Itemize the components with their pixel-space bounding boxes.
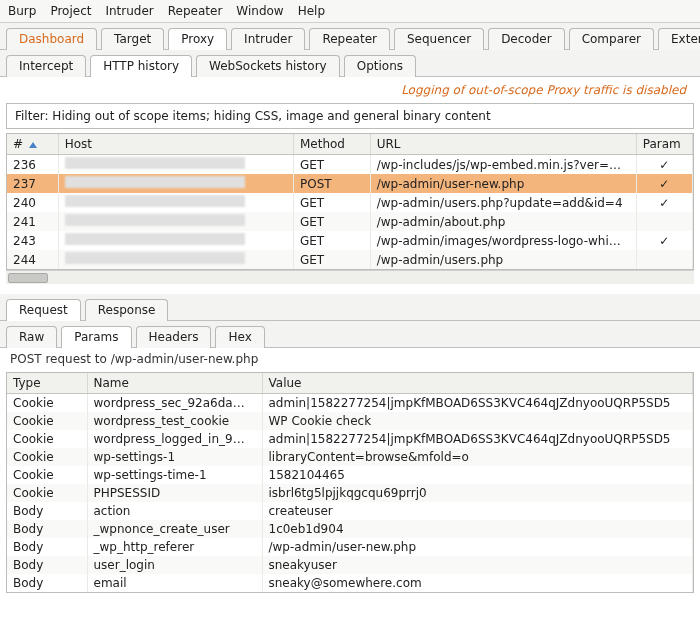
col-host[interactable]: Host xyxy=(58,134,293,155)
table-row[interactable]: Bodyactioncreateuser xyxy=(7,502,693,520)
cell-method: POST xyxy=(293,174,370,193)
cell-name: _wp_http_referer xyxy=(87,538,262,556)
req-resp-tabs: Request Response xyxy=(0,294,700,321)
col-url[interactable]: URL xyxy=(370,134,636,155)
menu-repeater[interactable]: Repeater xyxy=(168,4,223,18)
cell-name: action xyxy=(87,502,262,520)
table-row[interactable]: 240GET/wp-admin/users.php?update=add&id=… xyxy=(7,193,693,212)
cell-method: GET xyxy=(293,231,370,250)
cell-value: sneaky@somewhere.com xyxy=(262,574,693,592)
redacted-host xyxy=(65,195,245,207)
cell-name: wp-settings-time-1 xyxy=(87,466,262,484)
cell-value: isbrl6tg5lpjjkqgcqu69prrj0 xyxy=(262,484,693,502)
cell-param: ✓ xyxy=(636,193,692,212)
tab-extender[interactable]: Extende xyxy=(658,28,700,50)
table-row[interactable]: Body_wpnonce_create_user1c0eb1d904 xyxy=(7,520,693,538)
tab-intercept[interactable]: Intercept xyxy=(6,55,86,77)
menu-window[interactable]: Window xyxy=(236,4,283,18)
table-row[interactable]: Body_wp_http_referer/wp-admin/user-new.p… xyxy=(7,538,693,556)
table-row[interactable]: Cookiewordpress_sec_92a6da…admin|1582277… xyxy=(7,394,693,413)
tab-raw[interactable]: Raw xyxy=(6,326,57,348)
redacted-host xyxy=(65,214,245,226)
cell-url: /wp-admin/user-new.php xyxy=(370,174,636,193)
cell-value: WP Cookie check xyxy=(262,412,693,430)
cell-number: 237 xyxy=(7,174,58,193)
col-type[interactable]: Type xyxy=(7,373,87,394)
tab-intruder[interactable]: Intruder xyxy=(231,28,305,50)
cell-type: Body xyxy=(7,520,87,538)
menu-help[interactable]: Help xyxy=(298,4,325,18)
col-name[interactable]: Name xyxy=(87,373,262,394)
cell-value: libraryContent=browse&mfold=o xyxy=(262,448,693,466)
table-row[interactable]: 237POST/wp-admin/user-new.php✓ xyxy=(7,174,693,193)
col-method[interactable]: Method xyxy=(293,134,370,155)
cell-value: /wp-admin/user-new.php xyxy=(262,538,693,556)
cell-param xyxy=(636,250,692,269)
menu-intruder[interactable]: Intruder xyxy=(105,4,153,18)
cell-host xyxy=(58,212,293,231)
table-row[interactable]: 243GET/wp-admin/images/wordpress-logo-wh… xyxy=(7,231,693,250)
table-row[interactable]: 241GET/wp-admin/about.php xyxy=(7,212,693,231)
tab-request[interactable]: Request xyxy=(6,299,81,321)
cell-value: sneakyuser xyxy=(262,556,693,574)
status-message: Logging of out-of-scope Proxy traffic is… xyxy=(0,77,700,103)
menu-project[interactable]: Project xyxy=(50,4,91,18)
cell-type: Cookie xyxy=(7,484,87,502)
params-table: Type Name Value Cookiewordpress_sec_92a6… xyxy=(6,372,694,593)
cell-host xyxy=(58,193,293,212)
col-number[interactable]: # xyxy=(7,134,58,155)
cell-name: wordpress_logged_in_9… xyxy=(87,430,262,448)
cell-value: createuser xyxy=(262,502,693,520)
tab-options[interactable]: Options xyxy=(344,55,416,77)
cell-url: /wp-admin/about.php xyxy=(370,212,636,231)
tab-websockets-history[interactable]: WebSockets history xyxy=(196,55,340,77)
tab-sequencer[interactable]: Sequencer xyxy=(394,28,484,50)
table-row[interactable]: 244GET/wp-admin/users.php xyxy=(7,250,693,269)
cell-url: /wp-admin/users.php?update=add&id=4 xyxy=(370,193,636,212)
tab-params[interactable]: Params xyxy=(61,326,131,348)
tab-response[interactable]: Response xyxy=(85,299,169,321)
horizontal-scrollbar[interactable] xyxy=(6,270,694,284)
col-value[interactable]: Value xyxy=(262,373,693,394)
cell-method: GET xyxy=(293,155,370,175)
cell-type: Body xyxy=(7,502,87,520)
cell-name: wordpress_sec_92a6da… xyxy=(87,394,262,413)
cell-name: wp-settings-1 xyxy=(87,448,262,466)
tab-hex[interactable]: Hex xyxy=(215,326,264,348)
cell-param: ✓ xyxy=(636,231,692,250)
tab-target[interactable]: Target xyxy=(101,28,164,50)
cell-type: Cookie xyxy=(7,394,87,413)
cell-host xyxy=(58,231,293,250)
table-row[interactable]: CookiePHPSESSIDisbrl6tg5lpjjkqgcqu69prrj… xyxy=(7,484,693,502)
tab-repeater[interactable]: Repeater xyxy=(309,28,390,50)
table-row[interactable]: Cookiewp-settings-time-11582104465 xyxy=(7,466,693,484)
tab-dashboard[interactable]: Dashboard xyxy=(6,28,97,50)
tab-http-history[interactable]: HTTP history xyxy=(90,55,192,77)
cell-host xyxy=(58,174,293,193)
cell-type: Cookie xyxy=(7,448,87,466)
cell-method: GET xyxy=(293,212,370,231)
cell-value: 1582104465 xyxy=(262,466,693,484)
cell-url: /wp-admin/images/wordpress-logo-whi… xyxy=(370,231,636,250)
cell-value: 1c0eb1d904 xyxy=(262,520,693,538)
tab-decoder[interactable]: Decoder xyxy=(488,28,565,50)
table-row[interactable]: Bodyemailsneaky@somewhere.com xyxy=(7,574,693,592)
cell-value: admin|1582277254|jmpKfMBOAD6SS3KVC464qJZ… xyxy=(262,394,693,413)
tab-proxy[interactable]: Proxy xyxy=(168,28,227,50)
cell-param xyxy=(636,212,692,231)
table-row[interactable]: Cookiewordpress_test_cookieWP Cookie che… xyxy=(7,412,693,430)
table-row[interactable]: Cookiewp-settings-1libraryContent=browse… xyxy=(7,448,693,466)
tab-headers[interactable]: Headers xyxy=(136,326,212,348)
filter-bar[interactable]: Filter: Hiding out of scope items; hidin… xyxy=(6,103,694,129)
table-row[interactable]: Bodyuser_loginsneakyuser xyxy=(7,556,693,574)
cell-method: GET xyxy=(293,250,370,269)
request-description: POST request to /wp-admin/user-new.php xyxy=(0,348,700,370)
scroll-thumb[interactable] xyxy=(8,273,48,283)
cell-number: 241 xyxy=(7,212,58,231)
table-row[interactable]: Cookiewordpress_logged_in_9…admin|158227… xyxy=(7,430,693,448)
table-row[interactable]: 236GET/wp-includes/js/wp-embed.min.js?ve… xyxy=(7,155,693,175)
menu-burp[interactable]: Burp xyxy=(8,4,36,18)
cell-name: wordpress_test_cookie xyxy=(87,412,262,430)
col-param[interactable]: Param xyxy=(636,134,692,155)
tab-comparer[interactable]: Comparer xyxy=(569,28,654,50)
